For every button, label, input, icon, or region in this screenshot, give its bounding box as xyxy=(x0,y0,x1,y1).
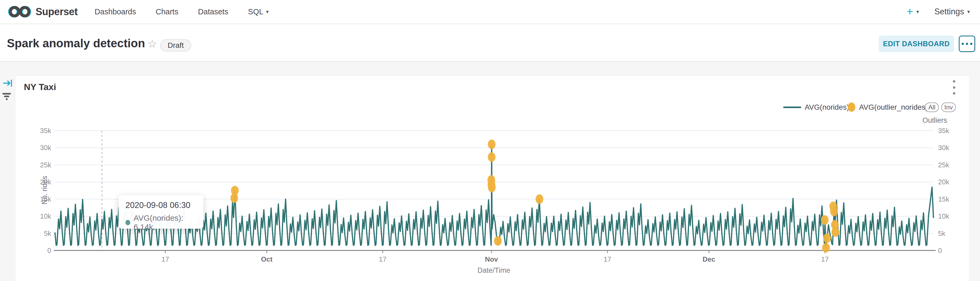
chevron-down-icon: ▾ xyxy=(967,8,970,15)
superset-dashboard-page: Superset Dashboards Charts Datasets SQL▾… xyxy=(0,0,980,281)
kebab-icon xyxy=(953,80,955,83)
nav-item-charts[interactable]: Charts xyxy=(156,8,178,16)
arrow-right-to-bar-icon xyxy=(3,78,13,88)
legend-dot-swatch[interactable] xyxy=(848,102,855,112)
superset-infinity-icon xyxy=(8,4,32,19)
nav-item-dashboards[interactable]: Dashboards xyxy=(95,8,136,16)
expand-filter-bar-button[interactable] xyxy=(3,78,13,88)
left-axis-name: No. rides xyxy=(41,176,49,204)
tooltip-series-dot xyxy=(126,220,130,225)
ellipsis-icon xyxy=(962,43,964,45)
more-options-button[interactable] xyxy=(959,35,975,52)
chart-kebab-menu[interactable] xyxy=(951,80,957,94)
nav-item-sql[interactable]: SQL▾ xyxy=(248,8,269,16)
chevron-down-icon: ▾ xyxy=(266,8,269,15)
legend-item-outlier-norides[interactable]: AVG(outlier_norides) xyxy=(859,103,928,112)
chart-tooltip: 2020-09-08 06:30 AVG(norides): 6.14k xyxy=(119,195,204,229)
new-item-button[interactable]: + ▾ xyxy=(907,6,919,17)
tooltip-date: 2020-09-08 06:30 xyxy=(126,201,197,210)
chevron-down-icon: ▾ xyxy=(916,8,919,15)
legend-inv-button[interactable]: Inv xyxy=(941,102,956,112)
legend-item-norides[interactable]: AVG(norides) xyxy=(805,103,849,112)
nav-menu: Dashboards Charts Datasets SQL▾ xyxy=(95,8,269,16)
legend-all-button[interactable]: All xyxy=(925,102,939,112)
edit-dashboard-button[interactable]: EDIT DASHBOARD xyxy=(879,35,954,52)
tooltip-value: AVG(norides): 6.14k xyxy=(134,214,197,232)
brand-name: Superset xyxy=(35,6,78,18)
page-title: Spark anomaly detection xyxy=(7,37,145,50)
x-axis-name: Date/Time xyxy=(477,267,510,275)
status-badge: Draft xyxy=(160,39,191,51)
nav-right: + ▾ Settings ▾ xyxy=(907,6,970,17)
dashboard-header: Spark anomaly detection ☆ Draft EDIT DAS… xyxy=(0,24,980,62)
settings-menu[interactable]: Settings ▾ xyxy=(934,7,970,16)
filter-icon[interactable] xyxy=(2,93,11,101)
plus-icon: + xyxy=(907,6,913,17)
nav-item-datasets[interactable]: Datasets xyxy=(198,8,228,16)
right-axis-name: Outliers xyxy=(923,117,947,125)
superset-logo[interactable]: Superset xyxy=(8,4,78,19)
chart-title: NY Taxi xyxy=(24,82,56,92)
top-nav: Superset Dashboards Charts Datasets SQL▾… xyxy=(0,0,980,24)
legend-line-swatch[interactable] xyxy=(783,107,801,108)
favorite-star-icon[interactable]: ☆ xyxy=(148,38,157,50)
